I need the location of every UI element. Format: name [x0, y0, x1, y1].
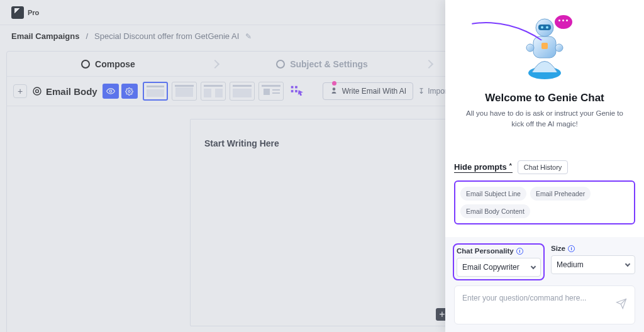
- step-compose-label: Compose: [95, 59, 135, 69]
- layout-template-5[interactable]: [258, 82, 284, 101]
- step-compose[interactable]: Compose: [7, 59, 209, 69]
- panel-subtitle: All you have to do is ask or instruct yo…: [454, 108, 635, 129]
- svg-point-13: [541, 26, 543, 29]
- svg-rect-17: [541, 43, 548, 49]
- layout-templates: [143, 82, 284, 101]
- hide-prompts-toggle[interactable]: Hide prompts ˄: [454, 162, 513, 173]
- email-body-block[interactable]: Start Writing Here +: [190, 119, 454, 326]
- svg-rect-5: [295, 86, 297, 89]
- size-select[interactable]: Medium: [551, 255, 635, 274]
- write-email-ai-button[interactable]: Write Email With AI: [323, 82, 413, 100]
- editor-placeholder: Start Writing Here: [204, 138, 440, 148]
- write-email-ai-label: Write Email With AI: [342, 87, 406, 96]
- preview-button[interactable]: [103, 84, 119, 99]
- step-bullet-icon: [276, 60, 285, 69]
- size-label: Size: [551, 245, 565, 252]
- drag-handle-icon[interactable]: [289, 82, 304, 101]
- svg-point-2: [109, 90, 112, 92]
- step-subject-label: Subject & Settings: [290, 59, 368, 69]
- svg-point-3: [128, 90, 130, 92]
- chat-input[interactable]: Enter your question/command here...: [454, 285, 635, 324]
- chevron-right-icon: [425, 59, 433, 68]
- genie-mascot: [513, 13, 576, 88]
- breadcrumb-separator: /: [86, 31, 88, 41]
- chip-email-preheader[interactable]: Email Preheader: [530, 187, 591, 201]
- step-subject-settings[interactable]: Subject & Settings: [221, 59, 423, 69]
- svg-point-15: [526, 44, 534, 52]
- brand-tier: Pro: [28, 9, 39, 16]
- add-section-button[interactable]: +: [13, 84, 27, 98]
- hide-prompts-label: Hide prompts: [454, 162, 507, 172]
- chevron-up-icon: ˄: [509, 163, 513, 171]
- chevron-down-icon: [531, 264, 536, 269]
- email-body-text: Email Body: [46, 86, 97, 97]
- breadcrumb-title: Special Discount offer from GetGenie AI: [94, 31, 239, 41]
- info-icon[interactable]: i: [516, 248, 523, 255]
- send-icon[interactable]: [616, 298, 627, 312]
- layout-template-2[interactable]: [172, 82, 197, 101]
- info-icon[interactable]: i: [568, 245, 575, 252]
- chat-personality-value: Email Copywriter: [462, 263, 519, 272]
- prompt-chips: Email Subject Line Email Preheader Email…: [454, 180, 635, 224]
- size-field: Size i Medium: [551, 245, 635, 279]
- chat-personality-field: Chat Personality i Email Copywriter: [454, 245, 543, 279]
- chevron-down-icon: [625, 262, 630, 267]
- svg-point-0: [33, 87, 41, 95]
- edit-title-icon[interactable]: ✎: [245, 32, 252, 41]
- chat-personality-select[interactable]: Email Copywriter: [457, 258, 541, 277]
- import-icon: ↧: [418, 87, 425, 96]
- chat-history-button[interactable]: Chat History: [518, 160, 569, 174]
- chat-input-placeholder: Enter your question/command here...: [462, 294, 586, 302]
- size-value: Medium: [557, 260, 584, 269]
- chat-personality-label: Chat Personality: [457, 247, 514, 255]
- genie-chat-panel: Welcome to Genie Chat All you have to do…: [445, 0, 644, 332]
- svg-rect-4: [291, 86, 293, 89]
- svg-rect-12: [538, 25, 551, 30]
- breadcrumb-root[interactable]: Email Campaigns: [11, 31, 79, 41]
- panel-title: Welcome to Genie Chat: [454, 92, 635, 104]
- layout-template-3[interactable]: [201, 82, 226, 101]
- svg-rect-7: [295, 90, 297, 92]
- email-body-label: Email Body: [32, 86, 97, 97]
- settings-button[interactable]: [121, 84, 138, 99]
- step-bullet-icon: [81, 60, 90, 69]
- layout-template-4[interactable]: [230, 82, 255, 101]
- chip-email-subject-line[interactable]: Email Subject Line: [460, 187, 526, 201]
- chip-email-body-content[interactable]: Email Body Content: [460, 204, 530, 218]
- target-icon: [32, 86, 42, 96]
- brand: Pro: [11, 6, 39, 19]
- speech-bubble-icon: [555, 15, 572, 29]
- svg-rect-6: [291, 90, 293, 92]
- genie-icon: [330, 86, 338, 97]
- notification-dot-icon: [332, 81, 336, 86]
- svg-point-8: [332, 87, 335, 91]
- svg-point-16: [555, 44, 563, 52]
- brand-logo-icon: [11, 6, 24, 19]
- chevron-right-icon: [211, 59, 219, 68]
- svg-point-14: [546, 26, 548, 29]
- svg-point-1: [36, 90, 39, 93]
- layout-template-1[interactable]: [143, 82, 168, 101]
